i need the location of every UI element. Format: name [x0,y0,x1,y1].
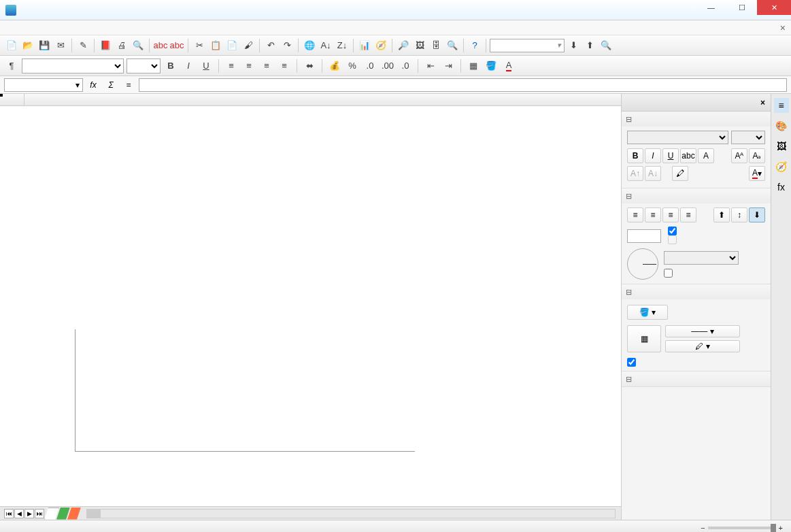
cut-icon[interactable]: ✂ [192,38,207,53]
styles-icon[interactable]: ¶ [4,59,19,73]
find-input[interactable]: ▾ [490,39,565,52]
paintbrush-icon[interactable]: 🖌 [241,38,256,53]
menu-data[interactable] [69,27,80,29]
print-icon[interactable]: 🖨 [114,38,129,53]
font-select[interactable] [22,59,124,73]
menu-format[interactable] [48,27,58,29]
preview-icon[interactable]: 🔍 [131,38,146,53]
menu-window[interactable] [80,27,91,29]
section-number-format[interactable] [622,371,771,386]
section-text[interactable] [622,112,771,127]
sidebar-super-icon[interactable]: Aᴬ [731,148,747,163]
sidetab-styles-icon[interactable]: 🎨 [774,118,789,133]
sidebar-grow-icon[interactable]: A↑ [627,166,643,181]
tab-prev-icon[interactable]: ◀ [14,509,24,518]
sidetab-properties-icon[interactable]: ≡ [774,98,789,113]
zoom-in-icon[interactable]: + [779,524,783,532]
section-cell-appearance[interactable] [622,284,771,299]
orientation-dial[interactable] [627,248,658,280]
section-alignment[interactable] [622,188,771,203]
wrap-checkbox[interactable] [668,227,679,235]
sidebar-highlight-icon[interactable]: 🖍 [672,166,688,181]
autocheck-icon[interactable]: abc [169,38,184,53]
datasources-icon[interactable]: 🗄 [428,38,443,53]
formula-input[interactable] [139,78,787,92]
sidebar-bold-icon[interactable]: B [627,148,643,163]
align-justify-icon[interactable]: ≡ [277,59,292,73]
currency-icon[interactable]: 💰 [327,59,342,73]
percent-icon[interactable]: % [345,59,360,73]
bgcolor-picker[interactable]: 🪣 ▾ [627,305,668,320]
vstack-checkbox[interactable] [664,269,739,278]
halign-left-icon[interactable]: ≡ [627,207,643,222]
border-style-select[interactable]: —— ▾ [665,325,740,337]
sidetab-navigator-icon[interactable]: 🧭 [774,159,789,174]
valign-mid-icon[interactable]: ↕ [731,207,747,222]
zoom-icon[interactable]: 🔍 [445,38,460,53]
halign-center-icon[interactable]: ≡ [645,207,661,222]
embedded-chart[interactable] [27,324,422,480]
degrees-select[interactable] [664,251,739,265]
new-icon[interactable]: 📄 [4,38,19,53]
del-decimal-icon[interactable]: .0 [398,59,413,73]
maximize-button[interactable]: ☐ [726,0,757,15]
sidebar-italic-icon[interactable]: I [645,148,661,163]
tab-first-icon[interactable]: ⏮ [4,509,14,518]
sort-desc-icon[interactable]: Z↓ [335,38,350,53]
spreadsheet[interactable]: ⏮ ◀ ▶ ⏭ [0,94,621,520]
find-prev-icon[interactable]: ⬆ [582,38,597,53]
undo-icon[interactable]: ↶ [263,38,278,53]
chart-icon[interactable]: 📊 [357,38,372,53]
horizontal-scrollbar[interactable] [86,509,616,518]
bgcolor-icon[interactable]: 🪣 [484,59,499,73]
sidebar-fontcolor-icon[interactable]: A▾ [749,166,765,181]
dec-indent-icon[interactable]: ⇤ [423,59,438,73]
zoom-out-icon[interactable]: − [701,524,705,532]
document-close-icon[interactable]: × [780,22,786,33]
halign-right-icon[interactable]: ≡ [662,207,679,222]
minimize-button[interactable]: — [696,0,726,15]
menu-help[interactable] [91,27,102,29]
merge-icon[interactable]: ⬌ [302,59,317,73]
sidebar-shrink-icon[interactable]: A↓ [645,166,661,181]
select-all-corner[interactable] [0,94,24,105]
inc-indent-icon[interactable]: ⇥ [441,59,456,73]
border-preset-icon[interactable]: ▦ [627,325,661,352]
save-icon[interactable]: 💾 [37,38,52,53]
sidebar-underline-icon[interactable]: U [662,148,679,163]
email-icon[interactable]: ✉ [53,38,68,53]
find-all-icon[interactable]: 🔍 [599,38,613,53]
sidebar-shadow-icon[interactable]: A [698,148,714,163]
copy-icon[interactable]: 📋 [208,38,223,53]
tab-last-icon[interactable]: ⏭ [35,509,44,518]
cell-reference-input[interactable]: ▾ [4,78,83,92]
paste-icon[interactable]: 📄 [224,38,239,53]
border-color-select[interactable]: 🖊 ▾ [665,340,740,352]
spellcheck-icon[interactable]: abc [153,38,168,53]
valign-bottom-icon[interactable]: ⬇ [749,207,765,222]
gridlines-checkbox[interactable] [627,358,765,367]
number-icon[interactable]: .0 [363,59,377,73]
menu-tools[interactable] [58,27,69,29]
find-icon[interactable]: 🔎 [396,38,411,53]
hyperlink-icon[interactable]: 🌐 [302,38,317,53]
fontcolor-icon[interactable]: A [501,59,516,73]
menu-file[interactable] [4,27,15,29]
zoom-slider[interactable] [708,527,776,529]
open-icon[interactable]: 📂 [20,38,35,53]
function-wizard-icon[interactable]: fx [86,78,101,92]
menu-view[interactable] [26,27,37,29]
underline-icon[interactable]: U [199,59,214,73]
valign-top-icon[interactable]: ⬆ [713,207,730,222]
sidebar-strike-icon[interactable]: abc [680,148,696,163]
tab-next-icon[interactable]: ▶ [24,509,34,518]
sidebar-size-select[interactable] [731,131,765,144]
gallery-icon[interactable]: 🖼 [412,38,427,53]
tab-summary[interactable] [44,508,59,520]
align-center-icon[interactable]: ≡ [241,59,256,73]
equals-icon[interactable]: = [121,78,136,92]
edit-icon[interactable]: ✎ [75,38,90,53]
find-next-icon[interactable]: ⬇ [566,38,581,53]
align-right-icon[interactable]: ≡ [259,59,274,73]
sidebar-close-icon[interactable]: × [760,98,765,107]
